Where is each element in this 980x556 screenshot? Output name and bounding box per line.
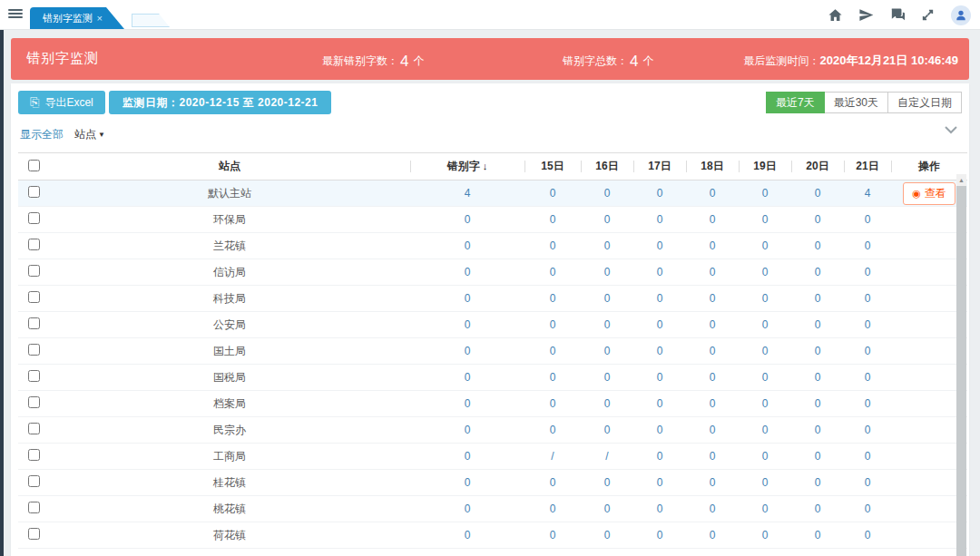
day-count: 0 — [633, 496, 686, 522]
table-row: 国税局00000000 — [18, 365, 967, 391]
day-count: 0 — [524, 391, 581, 417]
day-count: 0 — [844, 522, 891, 549]
fullscreen-icon[interactable] — [920, 7, 936, 23]
day-count: 0 — [581, 496, 633, 522]
day-count: 0 — [633, 180, 686, 207]
day-count: 0 — [739, 180, 791, 207]
row-checkbox[interactable] — [28, 449, 40, 461]
view-button-label: 查看 — [925, 186, 946, 201]
day-count: 0 — [844, 233, 891, 259]
export-excel-button[interactable]: ⎘ 导出Excel — [18, 91, 105, 114]
typos-total: 0 — [410, 391, 524, 417]
day-count: 0 — [686, 391, 739, 417]
row-checkbox[interactable] — [28, 475, 40, 487]
day-count: 0 — [524, 259, 581, 286]
typos-total: 0 — [410, 522, 524, 549]
day-count: 0 — [791, 207, 844, 233]
day-count: 0 — [524, 233, 581, 259]
topbar: 错别字监测 × — [0, 0, 980, 30]
header-day: 17日 — [633, 153, 686, 180]
table-row: 信访局00000000 — [18, 259, 967, 286]
header-typos-sortable[interactable]: 错别字↓ — [410, 153, 524, 180]
day-count: 0 — [686, 470, 739, 496]
page-title: 错别字监测 — [26, 50, 99, 67]
stat-total-typos: 错别字总数：4 个 — [563, 53, 654, 71]
hamburger-menu-icon[interactable] — [8, 7, 23, 20]
tab-typo-monitor[interactable]: 错别字监测 × — [30, 7, 124, 29]
table-row: 默认主站40000004◉查看 — [18, 180, 967, 207]
day-count: 0 — [791, 470, 844, 496]
row-checkbox[interactable] — [28, 502, 40, 513]
select-all-checkbox[interactable] — [28, 160, 40, 171]
typos-total: 0 — [410, 496, 524, 522]
day-count: 0 — [581, 233, 633, 259]
day-count: 0 — [633, 259, 686, 286]
day-count: 0 — [686, 180, 739, 207]
row-checkbox-cell — [18, 470, 49, 496]
typos-total: 0 — [410, 338, 524, 365]
row-checkbox[interactable] — [28, 528, 40, 540]
row-checkbox-cell — [18, 338, 49, 365]
caret-down-icon: ▼ — [98, 131, 105, 139]
day-count: 0 — [581, 470, 633, 496]
typos-total: 0 — [410, 365, 524, 391]
row-checkbox[interactable] — [28, 396, 40, 408]
table-body: 默认主站40000004◉查看环保局00000000兰花镇00000000信访局… — [18, 180, 967, 549]
tab-close-icon[interactable]: × — [97, 7, 103, 29]
day-count: 0 — [581, 286, 633, 312]
row-checkbox-cell — [18, 233, 49, 259]
header-day: 15日 — [524, 153, 581, 180]
user-avatar[interactable] — [951, 5, 971, 25]
row-checkbox[interactable] — [28, 317, 40, 329]
day-count: 0 — [791, 496, 844, 522]
day-count: 0 — [686, 312, 739, 338]
day-count: 0 — [581, 522, 633, 549]
site-name: 信访局 — [49, 259, 410, 286]
vertical-scrollbar[interactable]: ▲ — [956, 174, 966, 556]
site-name: 民宗办 — [49, 417, 410, 444]
range-last7days-button[interactable]: 最近7天 — [766, 92, 825, 113]
day-count: 0 — [791, 522, 844, 549]
day-count: 0 — [791, 338, 844, 365]
day-count: 0 — [581, 417, 633, 444]
day-count: 0 — [581, 365, 633, 391]
day-count: 0 — [633, 286, 686, 312]
row-checkbox[interactable] — [28, 344, 40, 356]
row-checkbox[interactable] — [28, 423, 40, 434]
export-icon: ⎘ — [30, 95, 39, 110]
day-count: 0 — [633, 444, 686, 470]
site-name: 工商局 — [49, 444, 410, 470]
day-count: 0 — [581, 180, 633, 207]
row-checkbox[interactable] — [28, 265, 40, 277]
typos-total: 0 — [410, 233, 524, 259]
row-checkbox[interactable] — [28, 291, 40, 303]
header-day: 18日 — [686, 153, 739, 180]
content-area: 错别字监测 最新错别字数：4 个 错别字总数：4 个 最后监测时间：2020年1… — [4, 30, 980, 556]
range-custom-button[interactable]: 自定义日期 — [887, 92, 962, 113]
row-checkbox[interactable] — [28, 370, 40, 382]
row-checkbox-cell — [18, 259, 49, 286]
day-count: 0 — [844, 470, 891, 496]
range-last30days-button[interactable]: 最近30天 — [824, 92, 888, 113]
row-checkbox[interactable] — [28, 239, 40, 250]
view-button[interactable]: ◉查看 — [903, 182, 956, 205]
send-icon[interactable] — [858, 7, 874, 23]
scroll-up-arrow-icon[interactable]: ▲ — [956, 174, 966, 186]
row-checkbox-cell — [18, 391, 49, 417]
home-icon[interactable] — [828, 7, 843, 23]
row-checkbox-cell — [18, 207, 49, 233]
scrollbar-thumb[interactable] — [956, 186, 966, 556]
day-count: 0 — [524, 286, 581, 312]
site-filter-dropdown[interactable]: 站点▼ — [74, 127, 105, 142]
chat-icon[interactable] — [889, 7, 905, 23]
row-checkbox-cell — [18, 417, 49, 444]
day-count: 0 — [791, 417, 844, 444]
day-count: 0 — [633, 391, 686, 417]
show-all-link[interactable]: 显示全部 — [20, 127, 64, 142]
day-count: 0 — [581, 312, 633, 338]
row-checkbox[interactable] — [28, 212, 40, 224]
day-count: 0 — [686, 444, 739, 470]
site-name: 环保局 — [49, 207, 410, 233]
row-checkbox[interactable] — [28, 186, 40, 198]
row-checkbox-cell — [18, 365, 49, 391]
